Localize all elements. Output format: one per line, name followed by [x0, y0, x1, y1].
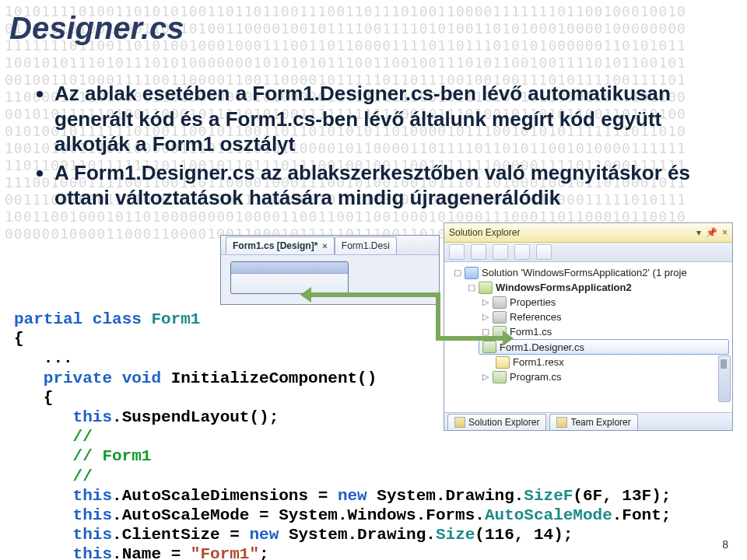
tree-references[interactable]: ▷References	[451, 310, 729, 324]
tree-label: Solution 'WindowsFormsApplication2' (1 p…	[482, 267, 687, 278]
tree-label: WindowsFormsApplication2	[496, 282, 632, 293]
tree-label: Properties	[510, 296, 556, 308]
team-explorer-icon	[556, 417, 567, 428]
close-icon[interactable]: ×	[722, 227, 728, 238]
expand-icon[interactable]: ▷	[482, 312, 489, 322]
vs-tab-label: Form1.Desi	[342, 240, 390, 251]
tree-solution[interactable]: ▢Solution 'WindowsFormsApplication2' (1 …	[451, 265, 729, 280]
vs-tab-form1-designer-cs[interactable]: Form1.Desi	[335, 236, 397, 254]
close-icon[interactable]: ×	[322, 241, 327, 250]
vs-tabstrip: Form1.cs [Design]* × Form1.Desi	[221, 236, 439, 255]
footer-tab-label: Solution Explorer	[468, 417, 539, 428]
arrow-to-designer	[303, 292, 440, 297]
solution-icon	[465, 267, 479, 279]
solution-explorer-toolbar	[444, 243, 732, 262]
tree-project[interactable]: ▢WindowsFormsApplication2	[451, 280, 729, 295]
dropdown-icon[interactable]: ▾	[696, 227, 701, 238]
expand-icon[interactable]: ▷	[482, 297, 489, 307]
solution-explorer-footer: Solution Explorer Team Explorer	[444, 412, 732, 430]
pin-icon[interactable]: 📌	[706, 227, 717, 238]
solution-explorer-title: Solution Explorer	[449, 227, 520, 238]
bullet-2: A Form1.Designer.cs az ablakszerkesztőbe…	[54, 160, 731, 211]
page-title: Designer.cs	[9, 11, 184, 46]
toolbar-home-icon[interactable]	[449, 244, 465, 260]
footer-tab-label: Team Explorer	[570, 417, 630, 428]
toolbar-viewcode-icon[interactable]	[536, 244, 552, 260]
solution-explorer-icon	[454, 417, 465, 428]
vs-tab-label: Form1.cs [Design]*	[233, 240, 317, 251]
footer-tab-team-explorer[interactable]: Team Explorer	[549, 414, 637, 430]
expand-icon[interactable]: ▢	[454, 268, 461, 278]
arrow-connector	[436, 297, 440, 341]
tree-label: Program.cs	[510, 371, 561, 383]
resx-icon	[496, 356, 510, 369]
solution-explorer-caption: Solution Explorer ▾ 📌 ×	[444, 223, 732, 243]
tree-form1-resx[interactable]: Form1.resx	[451, 355, 729, 369]
scrollbar[interactable]	[718, 355, 731, 402]
wrench-icon	[493, 296, 507, 309]
csharp-file-icon	[482, 341, 496, 353]
form-preview[interactable]	[230, 261, 349, 294]
references-icon	[493, 311, 507, 324]
vs-tab-form1-design[interactable]: Form1.cs [Design]* ×	[226, 236, 335, 254]
arrow-to-solution	[436, 336, 510, 341]
tree-label: Form1.resx	[513, 356, 564, 368]
tree-label: References	[510, 311, 561, 323]
toolbar-properties-icon[interactable]	[514, 244, 530, 260]
footer-tab-solution-explorer[interactable]: Solution Explorer	[447, 414, 546, 430]
toolbar-showall-icon[interactable]	[493, 244, 508, 260]
tree-program-cs[interactable]: ▷Program.cs	[451, 369, 729, 384]
page-number: 8	[722, 538, 728, 551]
expand-icon[interactable]: ▢	[468, 282, 475, 292]
solution-tree: ▢Solution 'WindowsFormsApplication2' (1 …	[444, 262, 732, 387]
solution-explorer: Solution Explorer ▾ 📌 × ▢Solution 'Windo…	[444, 222, 733, 431]
csharp-file-icon	[493, 371, 507, 383]
expand-icon[interactable]: ▷	[482, 372, 489, 382]
project-icon	[479, 282, 493, 294]
toolbar-refresh-icon[interactable]	[471, 244, 486, 260]
tree-properties[interactable]: ▷Properties	[451, 295, 729, 310]
bullet-1: Az ablak esetében a Form1.Designer.cs-be…	[54, 81, 731, 157]
bullet-list: Az ablak esetében a Form1.Designer.cs-be…	[23, 81, 731, 214]
